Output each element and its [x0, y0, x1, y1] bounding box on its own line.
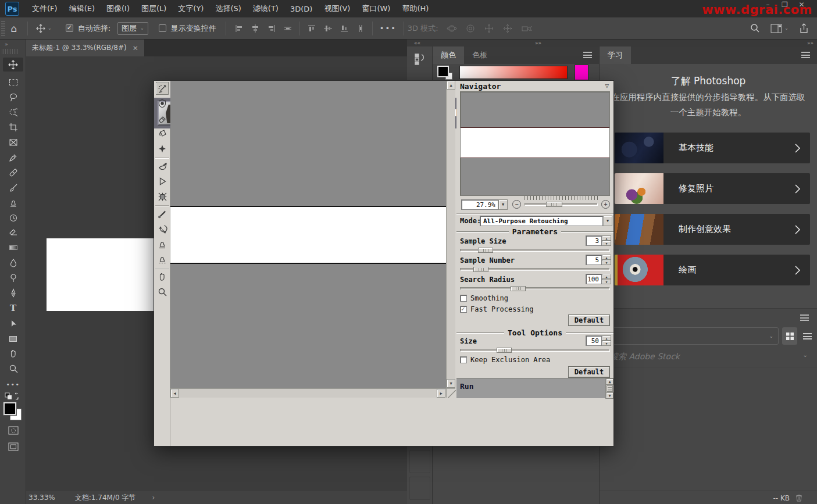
align-horizontal-centers-icon[interactable] — [323, 24, 333, 33]
sample-size-slider[interactable] — [460, 249, 610, 252]
healing-brush-tool[interactable] — [6, 166, 20, 180]
local-run-patch-tool[interactable] — [156, 190, 169, 203]
size-spinner[interactable]: ▲▼ — [602, 335, 611, 346]
color-swatches[interactable] — [3, 402, 23, 422]
3d-orbit-icon[interactable] — [447, 23, 457, 34]
collapsed-panel-icon[interactable] — [411, 50, 429, 69]
scrollbar-thumb[interactable] — [606, 385, 613, 392]
learn-panel-menu-icon[interactable] — [801, 52, 810, 58]
dodge-tool[interactable] — [6, 271, 20, 285]
list-view-button[interactable] — [800, 327, 815, 345]
learn-item-basic-skills[interactable]: 基本技能 — [615, 133, 810, 163]
color-panel-menu-icon[interactable] — [583, 52, 592, 58]
history-brush-tool-akvis[interactable] — [156, 223, 169, 235]
run-section-scrollbar[interactable]: ▲ ▼ — [605, 378, 613, 399]
libraries-dropdown[interactable]: ⌄ — [609, 327, 779, 345]
foreground-color-swatch[interactable] — [3, 402, 16, 415]
sample-size-slider-handle[interactable] — [478, 248, 493, 253]
spot-remover-tool[interactable] — [156, 208, 169, 220]
zoom-in-icon[interactable]: + — [601, 200, 610, 209]
patch-tool[interactable] — [156, 160, 169, 173]
eraser-tool[interactable] — [6, 226, 20, 240]
document-tab[interactable]: 未标题-1 @ 33.3%(RGB/8#) ✕ — [26, 40, 144, 56]
align-bottom-edges-icon[interactable] — [340, 24, 349, 33]
tab-swatches[interactable]: 色板 — [464, 47, 495, 64]
pen-tool[interactable] — [6, 286, 20, 300]
brush-tool[interactable] — [6, 181, 20, 195]
navigator-collapse-icon[interactable]: ▽ — [605, 82, 609, 90]
learn-item-painting[interactable]: 绘画 — [615, 255, 810, 285]
options-bar-grip[interactable] — [1, 21, 5, 36]
menu-window[interactable]: 窗口(W) — [356, 0, 396, 17]
gradient-tool[interactable] — [6, 241, 20, 255]
menu-help[interactable]: 帮助(H) — [396, 0, 434, 17]
zoom-slider[interactable] — [525, 203, 598, 206]
marquee-tool[interactable] — [6, 75, 20, 89]
sample-number-spinner[interactable]: ▲▼ — [602, 255, 611, 265]
scroll-up-icon[interactable]: ▲ — [606, 378, 613, 385]
expand-learn-dock-icon[interactable]: »» — [807, 40, 814, 46]
auto-select-target-dropdown[interactable]: 图层⌄ — [117, 22, 148, 35]
sample-number-field[interactable]: 5 — [586, 255, 602, 265]
clone-stamp-tool-akvis[interactable] — [156, 238, 169, 251]
show-transform-checkbox[interactable] — [159, 24, 166, 32]
scroll-left-icon[interactable]: ◀ — [170, 389, 179, 398]
navigator-preview[interactable] — [460, 91, 610, 196]
zoom-tool-akvis[interactable] — [156, 285, 169, 298]
more-options-icon[interactable]: ••• — [380, 24, 397, 33]
menu-image[interactable]: 图像(I) — [101, 0, 135, 17]
quick-mask-icon[interactable] — [6, 423, 20, 437]
menu-3d[interactable]: 3D(D) — [284, 0, 318, 17]
fill-bucket-tool[interactable] — [156, 127, 169, 140]
edit-toolbar-icon[interactable]: ••• — [6, 377, 20, 391]
akvis-horizontal-scrollbar[interactable]: ◀ ▶ — [170, 388, 446, 398]
menu-filter[interactable]: 滤镜(T) — [247, 0, 284, 17]
rectangle-tool[interactable] — [6, 332, 20, 346]
tools-panel-collapse-icon[interactable]: » — [5, 41, 9, 47]
akvis-image-view[interactable] — [170, 81, 446, 388]
screen-mode-icon[interactable] — [6, 439, 20, 453]
align-vertical-centers-icon[interactable] — [251, 24, 260, 33]
share-icon[interactable] — [799, 23, 809, 34]
search-radius-slider[interactable] — [460, 287, 610, 290]
document-close-icon[interactable]: ✕ — [133, 44, 138, 52]
zoom-slider-handle[interactable] — [546, 202, 562, 207]
size-slider-handle[interactable] — [497, 348, 512, 353]
collapse-dock-icon[interactable]: «« — [414, 40, 420, 46]
sample-number-slider[interactable] — [460, 268, 610, 271]
sample-size-field[interactable]: 3 — [586, 235, 602, 246]
blur-tool[interactable] — [6, 256, 20, 270]
tab-color[interactable]: 颜色 — [433, 47, 464, 64]
distribute-vertical-icon[interactable] — [356, 24, 365, 33]
workspace-switcher[interactable]: ⌄ — [770, 24, 789, 33]
3d-roll-icon[interactable] — [465, 23, 476, 34]
sample-size-spinner[interactable]: ▲▼ — [602, 235, 611, 246]
history-brush-tool[interactable] — [6, 211, 20, 225]
zoom-level[interactable]: 33.33% — [28, 494, 55, 502]
menu-view[interactable]: 视图(V) — [318, 0, 356, 17]
chameleon-brush-tool[interactable] — [156, 253, 169, 266]
mode-dropdown-icon[interactable]: ▼ — [603, 216, 612, 226]
magic-wand-tool[interactable] — [156, 142, 169, 155]
swap-colors-icon[interactable] — [4, 392, 20, 401]
library-search[interactable]: 搜索 Adobe Stock ⌄ — [610, 352, 808, 362]
size-field[interactable]: 50 — [586, 335, 602, 346]
learn-item-creative-effects[interactable]: 制作创意效果 — [615, 214, 810, 245]
frame-tool[interactable] — [6, 135, 20, 149]
eyedropper-tool[interactable] — [6, 151, 20, 165]
align-right-edges-icon[interactable] — [267, 24, 276, 33]
parameters-default-button[interactable]: Default — [568, 314, 610, 326]
3d-slide-icon[interactable] — [502, 23, 513, 34]
sample-number-slider-handle[interactable] — [473, 267, 488, 272]
status-expand-icon[interactable]: › — [152, 494, 155, 502]
search-icon[interactable] — [750, 23, 760, 33]
distribute-horizontal-icon[interactable] — [283, 24, 292, 33]
scroll-right-icon[interactable]: ▶ — [437, 389, 445, 398]
3d-camera-icon[interactable] — [521, 23, 533, 34]
zoom-value-field[interactable]: 27.9% — [461, 199, 498, 210]
type-tool[interactable]: T — [6, 301, 20, 315]
mode-dropdown[interactable]: All-Purpose Retouching — [480, 216, 603, 226]
menu-select[interactable]: 选择(S) — [209, 0, 247, 17]
tools-panel-grip[interactable] — [2, 49, 18, 54]
fast-processing-checkbox[interactable] — [460, 306, 467, 313]
